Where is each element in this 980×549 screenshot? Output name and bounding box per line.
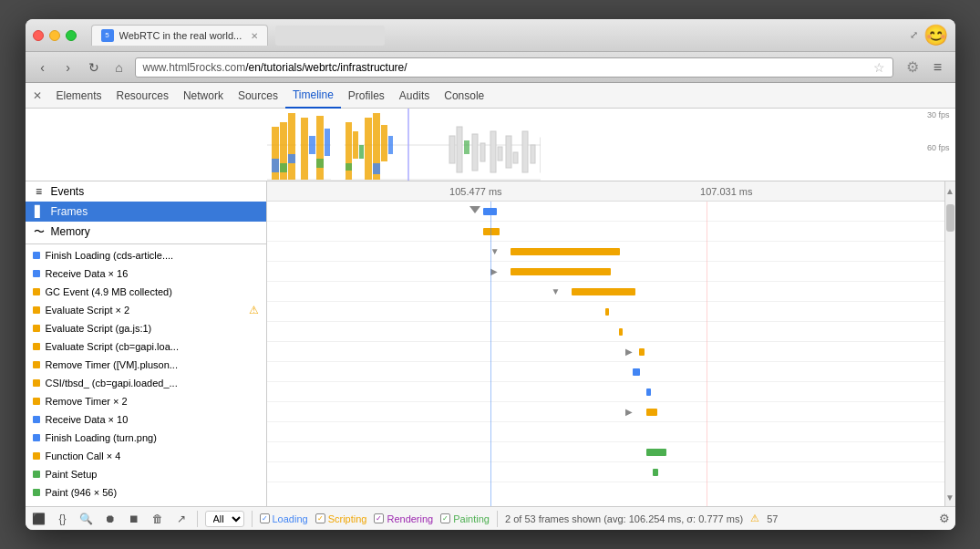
tab-profiles[interactable]: Profiles xyxy=(341,83,392,109)
event-eval-script-2[interactable]: Evaluate Script × 2 ⚠ xyxy=(26,301,266,319)
settings-icon[interactable]: ⚙ xyxy=(939,512,950,525)
expand-arrow: ▼ xyxy=(490,246,500,256)
tab-sources[interactable]: Sources xyxy=(231,83,285,109)
scripting-checkbox[interactable]: ✓ xyxy=(315,513,325,523)
record-button[interactable]: ⏺ xyxy=(102,511,119,527)
sidebar-item-frames[interactable]: ▋ Frames xyxy=(26,202,266,222)
rendering-checkbox[interactable]: ✓ xyxy=(374,513,384,523)
address-bar[interactable]: www.html5rocks.com /en/tutorials/webrtc/… xyxy=(135,57,893,78)
event-color-indicator xyxy=(33,288,40,295)
event-bar-orange xyxy=(572,288,635,295)
event-bar-small xyxy=(619,328,623,336)
filter-loading[interactable]: ✓ Loading xyxy=(260,513,308,524)
devtools-toggle-icon[interactable]: ⚙ xyxy=(903,57,923,78)
event-function-call-4[interactable]: Function Call × 4 xyxy=(26,447,266,465)
svg-rect-11 xyxy=(316,116,324,180)
bookmark-icon[interactable]: ☆ xyxy=(873,60,885,75)
timeline-row-9 xyxy=(267,362,944,382)
filter-select[interactable]: All xyxy=(205,511,244,527)
timeline-rows[interactable]: ▼ ▶ ▼ xyxy=(267,202,944,506)
event-color-indicator xyxy=(33,379,40,387)
frames-label: Frames xyxy=(51,205,259,218)
event-bar-orange-long xyxy=(511,248,620,255)
scroll-thumb[interactable] xyxy=(946,204,954,232)
event-paint-946[interactable]: Paint (946 × 56) xyxy=(26,483,266,502)
timeline-content: 105.477 ms 107.031 ms xyxy=(267,181,944,506)
svg-rect-15 xyxy=(346,122,352,180)
event-color-indicator xyxy=(33,325,40,332)
trash-button[interactable]: 🗑 xyxy=(150,511,166,527)
event-remove-timer-vm[interactable]: Remove Timer ([VM].pluson... xyxy=(26,356,266,374)
event-color-indicator xyxy=(33,471,40,478)
event-bar-green xyxy=(646,449,666,456)
close-button[interactable] xyxy=(33,30,44,41)
timeline-row-5: ▼ xyxy=(267,282,944,302)
forward-button[interactable]: › xyxy=(58,57,78,78)
menu-icon[interactable]: ≡ xyxy=(928,57,948,78)
event-remove-timer-2[interactable]: Remove Timer × 2 xyxy=(26,392,266,410)
cursor-button[interactable]: ↗ xyxy=(173,511,190,527)
event-csi[interactable]: CSI/tbsd_ (cb=gapi.loaded_... xyxy=(26,374,266,392)
scroll-down-button[interactable]: ▼ xyxy=(945,488,955,506)
tab-network[interactable]: Network xyxy=(176,83,231,109)
painting-checkbox[interactable]: ✓ xyxy=(440,513,450,523)
event-color-indicator xyxy=(33,343,40,350)
svg-rect-18 xyxy=(359,145,364,159)
timestamp-1: 105.477 ms xyxy=(449,186,501,197)
divider-3 xyxy=(497,511,498,527)
filter-painting[interactable]: ✓ Painting xyxy=(440,513,490,524)
event-receive-data[interactable]: Receive Data × 16 xyxy=(26,264,266,283)
back-button[interactable]: ‹ xyxy=(33,57,53,78)
tab-elements[interactable]: Elements xyxy=(49,83,109,109)
fps-30-label: 30 fps xyxy=(927,110,950,119)
stop-button[interactable]: ⏹ xyxy=(126,511,142,527)
divider-2 xyxy=(252,511,253,527)
minimize-button[interactable] xyxy=(49,30,60,41)
svg-rect-21 xyxy=(373,163,380,174)
sidebar-item-memory[interactable]: 〜 Memory xyxy=(26,222,266,242)
event-bar-blue xyxy=(646,388,651,396)
loading-checkbox[interactable]: ✓ xyxy=(260,513,270,523)
search-button[interactable]: 🔍 xyxy=(78,511,95,527)
svg-rect-33 xyxy=(522,131,528,172)
tab-audits[interactable]: Audits xyxy=(392,83,437,109)
source-button[interactable]: {} xyxy=(55,511,71,527)
home-button[interactable]: ⌂ xyxy=(109,57,129,78)
timeline-row-11: ▶ xyxy=(267,402,944,422)
maximize-button[interactable] xyxy=(66,30,77,41)
event-eval-script-cb[interactable]: Evaluate Script (cb=gapi.loa... xyxy=(26,337,266,356)
sidebar-item-events[interactable]: ≡ Events xyxy=(26,181,266,202)
scrollbar[interactable]: ▲ ▼ xyxy=(944,181,955,506)
tab-console[interactable]: Console xyxy=(437,83,491,109)
expand-arrow: ▶ xyxy=(490,266,498,276)
tab-close-button[interactable]: ✕ xyxy=(251,31,258,41)
filter-rendering[interactable]: ✓ Rendering xyxy=(374,513,433,524)
event-gc[interactable]: GC Event (4.9 MB collected) xyxy=(26,283,266,301)
event-eval-script-ga[interactable]: Evaluate Script (ga.js:1) xyxy=(26,319,266,337)
timestamp-2: 107.031 ms xyxy=(700,186,752,197)
event-finish-loading-turn[interactable]: Finish Loading (turn.png) xyxy=(26,429,266,447)
scroll-track xyxy=(945,200,955,488)
scroll-up-button[interactable]: ▲ xyxy=(945,181,955,200)
event-receive-data-16[interactable]: Finish Loading (cds-article.... xyxy=(26,246,266,264)
timeline-line-2 xyxy=(707,202,707,506)
event-bar-blue xyxy=(633,368,640,376)
reload-button[interactable]: ↻ xyxy=(84,57,104,78)
devtools-close-button[interactable]: ✕ xyxy=(33,89,42,102)
divider xyxy=(26,243,266,244)
browser-tab[interactable]: 5 WebRTC in the real world... ✕ xyxy=(91,25,269,46)
memory-icon: 〜 xyxy=(33,224,46,240)
filter-scripting[interactable]: ✓ Scripting xyxy=(315,513,367,524)
tab-timeline[interactable]: Timeline xyxy=(285,83,341,109)
event-receive-data-10[interactable]: Receive Data × 10 xyxy=(26,410,266,429)
tab-resources[interactable]: Resources xyxy=(109,83,176,109)
expand-arrow: ▶ xyxy=(625,407,633,417)
fullscreen-button[interactable]: ⤢ xyxy=(910,29,918,41)
event-paint-setup[interactable]: Paint Setup xyxy=(26,465,266,483)
svg-rect-19 xyxy=(365,118,372,180)
timeline-chart[interactable]: 30 fps 60 fps xyxy=(26,109,955,181)
svg-rect-9 xyxy=(301,118,308,180)
timeline-row-7 xyxy=(267,322,944,342)
svg-rect-6 xyxy=(288,113,295,180)
dock-button[interactable]: ⬛ xyxy=(31,511,47,527)
